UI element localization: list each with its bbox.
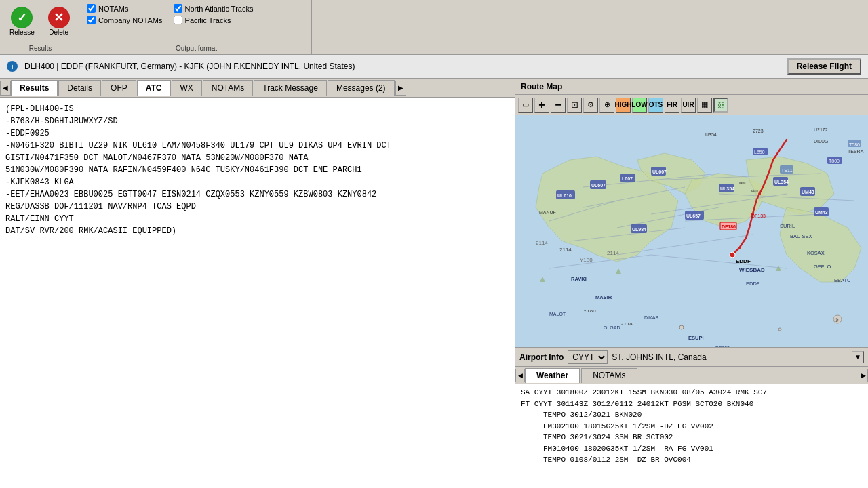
delete-button[interactable]: ✕ Delete [44,5,74,37]
map-fit-button[interactable]: ⊡ [567,98,582,113]
svg-text:SURIL: SURIL [780,223,795,229]
svg-text:⚙: ⚙ [834,317,839,323]
svg-text:UL657: UL657 [686,214,701,218]
map-chart-button[interactable]: ▦ [697,98,712,113]
svg-text:UL354: UL354 [720,186,734,191]
north-atlantic-label: North Atlantic Tracks [185,5,254,13]
tab-prev-button[interactable]: ◀ [0,81,11,96]
company-notams-checkbox-row[interactable]: Company NOTAMs [87,16,163,24]
tab-ofp[interactable]: OFP [102,80,136,96]
airport-name-text: ST. JOHNS INTL, Canada [612,352,848,362]
route-map-title: Route Map [515,79,868,95]
map-low-button[interactable]: LOW [632,98,647,113]
main-content: ◀ Results Details OFP ATC WX NOTAMs Trac… [0,79,868,488]
pacific-tracks-label: Pacific Tracks [185,16,231,24]
north-atlantic-checkbox[interactable] [174,4,182,13]
tab-messages[interactable]: Messages (2) [328,80,395,96]
map-uir-button[interactable]: UIR [681,98,696,113]
svg-text:BAU SEX: BAU SEX [790,233,812,239]
weather-prev-button[interactable]: ◀ [515,369,525,382]
map-settings-button[interactable]: ⚙ [583,98,598,113]
weather-panel: ◀ Weather NOTAMs ▶ SA CYYT 301800Z 23012… [515,366,868,488]
svg-text:DF186: DF186 [722,224,736,229]
map-high-button[interactable]: HIGH [616,98,631,113]
tab-notams[interactable]: NOTAMs [203,80,253,96]
tab-details[interactable]: Details [58,80,101,96]
svg-text:2114: 2114 [559,247,572,253]
svg-text:L650: L650 [754,150,765,155]
svg-text:UM43: UM43 [815,210,828,215]
svg-point-21 [745,237,747,239]
x-icon: ✕ [48,7,70,28]
release-button[interactable]: ✓ Release [5,5,39,37]
map-link-button[interactable]: ⛓ [713,98,728,113]
tab-weather[interactable]: Weather [525,368,580,383]
svg-text:RAVKI: RAVKI [739,182,745,185]
notams-checkbox[interactable] [87,4,96,13]
weather-tabs-bar: ◀ Weather NOTAMs ▶ [515,367,868,384]
svg-text:MALOT: MALOT [549,312,566,317]
tabs-bar: ◀ Results Details OFP ATC WX NOTAMs Trac… [0,79,515,98]
map-area[interactable]: EDDF UL610 UL607 L607 UL607 [515,115,868,347]
right-panel: Route Map ▭ + − ⊡ ⚙ ⊕ HIGH LOW OTS FIR U… [515,79,868,488]
svg-text:ESUPI: ESUPI [688,335,704,341]
results-group: ✓ Release ✕ Delete Results [0,0,81,54]
svg-point-18 [730,252,735,258]
pacific-tracks-checkbox[interactable] [174,16,182,24]
atc-text-area[interactable]: (FPL-DLH400-IS -B763/H-SDGHIJRUWXYZ/SD -… [0,98,515,488]
weather-next-button[interactable]: ▶ [859,369,868,382]
map-ots-button[interactable]: OTS [648,98,663,113]
map-select-button[interactable]: ▭ [518,98,533,113]
map-zoom-in-button[interactable]: + [534,98,549,113]
release-flight-button[interactable]: Release Flight [787,58,861,75]
flight-bar: i DLH400 | EDDF (FRANKFURT, Germany) - K… [0,54,868,79]
output-format-label: Output format [81,43,311,54]
release-label: Release [9,28,35,36]
notams-checkbox-row[interactable]: NOTAMs [87,4,163,13]
svg-text:GEFLO: GEFLO [814,264,831,270]
svg-text:UM43: UM43 [802,190,814,195]
svg-text:TS11: TS11 [781,168,793,173]
svg-text:TESRA: TESRA [848,149,864,154]
svg-text:UL984: UL984 [632,227,646,232]
svg-text:T580: T580 [849,142,860,147]
delete-label: Delete [49,28,68,36]
svg-text:DF133: DF133 [751,214,766,218]
airport-code-select[interactable]: CYYT EDDF KJFK [568,350,608,364]
tab-atc[interactable]: ATC [137,80,171,96]
left-panel: ◀ Results Details OFP ATC WX NOTAMs Trac… [0,79,515,488]
svg-point-88 [679,325,684,329]
tab-results[interactable]: Results [11,80,58,96]
company-notams-label: Company NOTAMs [98,16,163,24]
svg-text:MASIR: MASIR [595,294,612,300]
svg-text:DIKAS: DIKAS [644,315,658,320]
svg-text:2723: 2723 [753,129,764,134]
svg-text:EDDF: EDDF [746,281,760,287]
company-notams-checkbox[interactable] [87,16,96,24]
map-toolbar: ▭ + − ⊡ ⚙ ⊕ HIGH LOW OTS FIR UIR ▦ ⛓ [515,95,868,115]
tab-wx[interactable]: WX [172,80,202,96]
airport-expand-button[interactable]: ▼ [852,351,864,363]
pacific-tracks-checkbox-row[interactable]: Pacific Tracks [174,16,254,24]
map-cursor-button[interactable]: ⊕ [599,98,614,113]
flight-info-text: DLH400 | EDDF (FRANKFURT, Germany) - KJF… [24,62,781,71]
results-section-label: Results [0,43,81,54]
north-atlantic-checkbox-row[interactable]: North Atlantic Tracks [174,4,254,13]
map-fir-button[interactable]: FIR [665,98,679,113]
svg-text:EBATU: EBATU [834,277,850,283]
svg-text:MANUF: MANUF [539,210,556,215]
airport-info-bar: Airport Info CYYT EDDF KJFK ST. JOHNS IN… [515,347,868,366]
weather-text-area[interactable]: SA CYYT 301800Z 23012KT 15SM BKN030 08/0… [515,384,868,488]
svg-text:EDDF: EDDF [736,258,751,264]
tab-next-button[interactable]: ▶ [395,81,406,96]
svg-text:UL354: UL354 [774,180,789,184]
svg-text:T800: T800 [829,159,840,163]
svg-text:DILUG: DILUG [814,139,828,144]
tab-track-message[interactable]: Track Message [254,80,327,96]
svg-text:Y180: Y180 [580,257,593,263]
tab-notams-weather[interactable]: NOTAMs [581,368,637,383]
map-zoom-out-button[interactable]: − [551,98,566,113]
info-icon: i [7,61,18,72]
svg-text:KOSAX: KOSAX [807,250,825,256]
check-icon: ✓ [11,7,33,28]
